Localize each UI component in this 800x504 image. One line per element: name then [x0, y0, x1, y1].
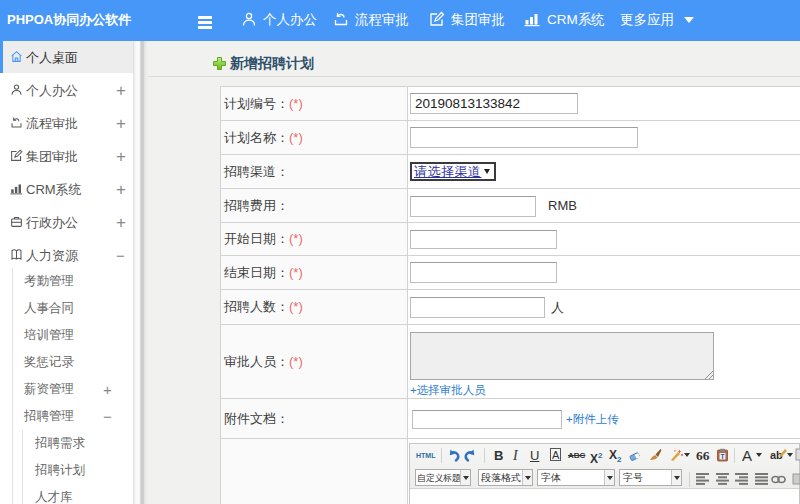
svg-text:T: T — [721, 453, 725, 460]
